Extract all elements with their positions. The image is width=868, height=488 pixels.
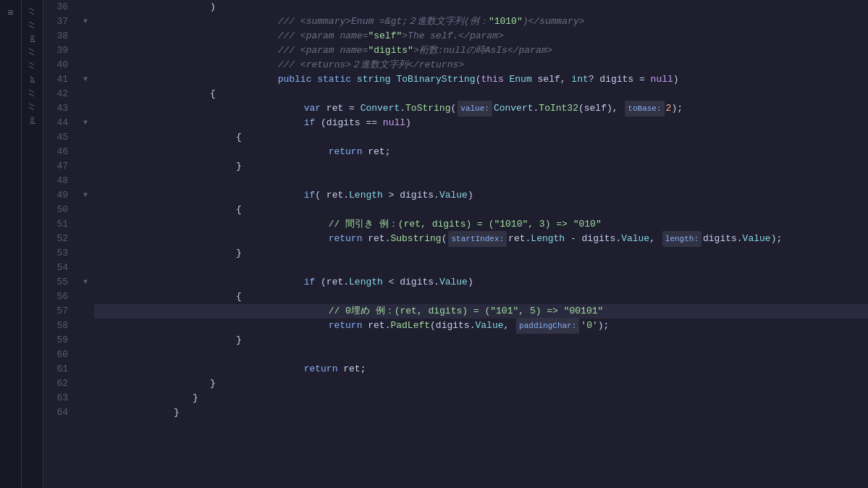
fold-64 bbox=[80, 405, 91, 420]
editor-container: ≡ // // pu // // pr // // pu 36 37 38 39… bbox=[0, 0, 868, 488]
code-line-58: return ret.PadLeft(digits.Value, padding… bbox=[94, 319, 868, 333]
code-line-61: return ret; bbox=[94, 362, 868, 376]
code-line-52: return ret.Substring(startIndex:ret.Leng… bbox=[94, 232, 868, 246]
ln-36: 36 bbox=[43, 0, 74, 14]
ln-47: 47 bbox=[43, 159, 74, 174]
fold-36 bbox=[80, 0, 91, 14]
ln-53: 53 bbox=[43, 246, 74, 261]
ln-58: 58 bbox=[43, 319, 74, 333]
ln-57: 57 bbox=[43, 304, 74, 319]
fold-40 bbox=[80, 58, 91, 72]
fold-58 bbox=[80, 319, 91, 333]
fold-55[interactable]: ▼ bbox=[80, 275, 91, 290]
code-line-59: } bbox=[94, 333, 868, 348]
code-lines[interactable]: ) /// <summary>Enum =&gt;２進数文字列(例："1010"… bbox=[91, 0, 868, 488]
ln-64: 64 bbox=[43, 405, 74, 420]
fold-54 bbox=[80, 261, 91, 275]
sidebar-label-3: pu bbox=[29, 35, 36, 43]
ln-56: 56 bbox=[43, 290, 74, 304]
fold-37[interactable]: ▼ bbox=[80, 14, 91, 29]
ln-50: 50 bbox=[43, 203, 74, 217]
fold-45 bbox=[80, 130, 91, 145]
ln-60: 60 bbox=[43, 348, 74, 362]
ln-52: 52 bbox=[43, 232, 74, 246]
ln-51: 51 bbox=[43, 217, 74, 232]
fold-63 bbox=[80, 391, 91, 405]
ln-38: 38 bbox=[43, 29, 74, 43]
ln-39: 39 bbox=[43, 43, 74, 58]
fold-44[interactable]: ▼ bbox=[80, 116, 91, 130]
ln-40: 40 bbox=[43, 58, 74, 72]
explorer-icon[interactable]: ≡ bbox=[1, 3, 21, 23]
fold-52 bbox=[80, 232, 91, 246]
code-line-55: if (ret.Length < digits.Value) bbox=[94, 275, 868, 290]
mini-sidebar: // // pu // // pr // // pu bbox=[22, 0, 43, 488]
sidebar-label-6: pr bbox=[29, 75, 36, 83]
line-numbers: 36 37 38 39 40 41 42 43 44 45 46 47 48 4… bbox=[43, 0, 80, 488]
code-line-63: } bbox=[94, 391, 868, 405]
main-content: 36 37 38 39 40 41 42 43 44 45 46 47 48 4… bbox=[43, 0, 868, 488]
fold-39 bbox=[80, 43, 91, 58]
fold-62 bbox=[80, 376, 91, 391]
fold-53 bbox=[80, 246, 91, 261]
ln-59: 59 bbox=[43, 333, 74, 348]
ln-42: 42 bbox=[43, 87, 74, 101]
fold-42 bbox=[80, 87, 91, 101]
sidebar-label-9: pu bbox=[29, 117, 36, 125]
fold-38 bbox=[80, 29, 91, 43]
ln-63: 63 bbox=[43, 391, 74, 405]
ln-49: 49 bbox=[43, 188, 74, 203]
ln-48: 48 bbox=[43, 174, 74, 188]
ln-43: 43 bbox=[43, 101, 74, 116]
code-line-41: public static string ToBinaryString(this… bbox=[94, 72, 868, 87]
fold-49[interactable]: ▼ bbox=[80, 188, 91, 203]
fold-61 bbox=[80, 362, 91, 376]
code-line-62: } bbox=[94, 376, 868, 391]
code-line-44: if (digits == null) bbox=[94, 116, 868, 130]
ln-46: 46 bbox=[43, 145, 74, 159]
sidebar-label-4: // bbox=[29, 48, 36, 56]
fold-59 bbox=[80, 333, 91, 348]
code-line-46: return ret; bbox=[94, 145, 868, 159]
code-line-64: } bbox=[94, 405, 868, 420]
sidebar-label-2: // bbox=[29, 21, 36, 29]
fold-56 bbox=[80, 290, 91, 304]
code-line-49: if( ret.Length > digits.Value) bbox=[94, 188, 868, 203]
code-line-47: } bbox=[94, 159, 868, 174]
ln-37: 37 bbox=[43, 14, 74, 29]
ln-41: 41 bbox=[43, 72, 74, 87]
fold-57 bbox=[80, 304, 91, 319]
sidebar-label-1: // bbox=[29, 7, 36, 15]
ln-44: 44 bbox=[43, 116, 74, 130]
sidebar-label-5: // bbox=[29, 62, 36, 70]
fold-48 bbox=[80, 174, 91, 188]
ln-54: 54 bbox=[43, 261, 74, 275]
fold-41[interactable]: ▼ bbox=[80, 72, 91, 87]
sidebar-label-8: // bbox=[29, 103, 36, 111]
fold-gutter: ▼ ▼ ▼ ▼ ▼ bbox=[80, 0, 91, 488]
sidebar-label-7: // bbox=[29, 89, 36, 97]
code-area: 36 37 38 39 40 41 42 43 44 45 46 47 48 4… bbox=[43, 0, 868, 488]
ln-61: 61 bbox=[43, 362, 74, 376]
fold-51 bbox=[80, 217, 91, 232]
fold-60 bbox=[80, 348, 91, 362]
ln-55: 55 bbox=[43, 275, 74, 290]
activity-bar: ≡ bbox=[0, 0, 22, 488]
fold-46 bbox=[80, 145, 91, 159]
ln-45: 45 bbox=[43, 130, 74, 145]
code-line-53: } bbox=[94, 246, 868, 261]
fold-47 bbox=[80, 159, 91, 174]
fold-50 bbox=[80, 203, 91, 217]
fold-43 bbox=[80, 101, 91, 116]
ln-62: 62 bbox=[43, 376, 74, 391]
